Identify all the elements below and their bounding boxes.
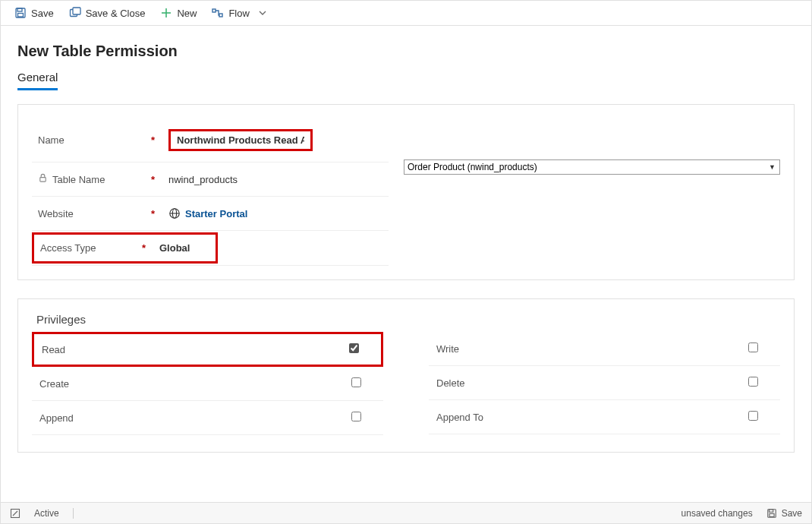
save-close-label: Save & Close <box>86 8 146 19</box>
priv-delete-checkbox[interactable] <box>748 377 758 387</box>
svg-rect-2 <box>18 14 24 17</box>
plus-icon <box>160 7 172 19</box>
row-table-name: Table Name * nwind_products <box>32 163 389 197</box>
priv-create-label: Create <box>39 378 351 390</box>
save-button[interactable]: Save <box>14 7 54 19</box>
section-general: Name * <box>17 104 795 280</box>
name-field[interactable] <box>177 134 304 146</box>
row-website: Website * Starter Portal <box>32 197 389 231</box>
flow-label: Flow <box>228 8 249 19</box>
flow-icon <box>212 7 224 19</box>
save-close-icon <box>69 7 81 19</box>
svg-rect-7 <box>212 9 216 12</box>
priv-append-checkbox[interactable] <box>351 412 361 421</box>
table-name-value[interactable]: nwind_products <box>168 174 238 185</box>
priv-write-label: Write <box>436 343 748 355</box>
section-privileges: Privileges Read Create Append <box>17 298 795 453</box>
privileges-title: Privileges <box>32 313 780 326</box>
status-save-button[interactable]: Save <box>766 508 802 519</box>
save-label: Save <box>31 8 54 19</box>
svg-rect-1 <box>17 8 22 11</box>
priv-read-checkbox[interactable] <box>349 343 359 353</box>
status-bar: Active unsaved changes Save <box>1 502 811 523</box>
website-link[interactable]: Starter Portal <box>185 208 247 219</box>
lock-icon <box>38 173 48 185</box>
access-type-value[interactable]: Global <box>159 242 190 254</box>
row-name: Name * <box>32 118 389 163</box>
table-name-label: Table Name <box>52 174 105 185</box>
new-label: New <box>177 8 197 19</box>
new-button[interactable]: New <box>160 7 197 19</box>
priv-append-to-checkbox[interactable] <box>748 411 758 421</box>
svg-rect-15 <box>769 509 773 512</box>
tab-general[interactable]: General <box>17 71 58 90</box>
priv-append-label: Append <box>39 412 351 424</box>
required-marker: * <box>151 208 155 219</box>
command-bar: Save Save & Close New Flow <box>1 1 811 26</box>
page-title: New Table Permission <box>17 43 795 60</box>
priv-write-checkbox[interactable] <box>748 342 758 352</box>
access-type-label: Access Type <box>40 242 96 254</box>
name-label: Name <box>38 134 65 146</box>
website-label: Website <box>38 208 74 219</box>
access-type-highlight: Access Type * Global <box>32 232 218 264</box>
globe-icon <box>168 207 181 219</box>
status-divider <box>73 508 74 519</box>
svg-rect-8 <box>219 14 222 17</box>
table-name-select[interactable]: Order Product (nwind_products) <box>404 159 780 175</box>
status-edit-icon[interactable] <box>10 508 20 519</box>
status-active[interactable]: Active <box>34 508 59 519</box>
svg-rect-9 <box>40 178 46 182</box>
priv-create-checkbox[interactable] <box>351 377 361 387</box>
form-body: New Table Permission General Name * <box>1 26 811 502</box>
status-save-label: Save <box>782 508 802 519</box>
svg-rect-4 <box>73 8 80 14</box>
priv-delete-label: Delete <box>436 377 748 389</box>
table-name-select-wrap: Order Product (nwind_products) <box>404 159 780 175</box>
name-highlight <box>168 129 313 151</box>
chevron-down-icon <box>259 8 266 19</box>
flow-button[interactable]: Flow <box>212 7 266 19</box>
read-highlight: Read <box>32 332 383 367</box>
required-marker: * <box>142 242 146 254</box>
required-marker: * <box>151 174 155 185</box>
required-marker: * <box>151 134 155 146</box>
save-icon <box>14 7 27 19</box>
priv-append-to-label: Append To <box>436 412 748 423</box>
save-close-button[interactable]: Save & Close <box>69 7 146 19</box>
priv-read-label: Read <box>42 344 349 355</box>
status-unsaved: unsaved changes <box>681 508 753 519</box>
svg-rect-16 <box>770 513 774 516</box>
